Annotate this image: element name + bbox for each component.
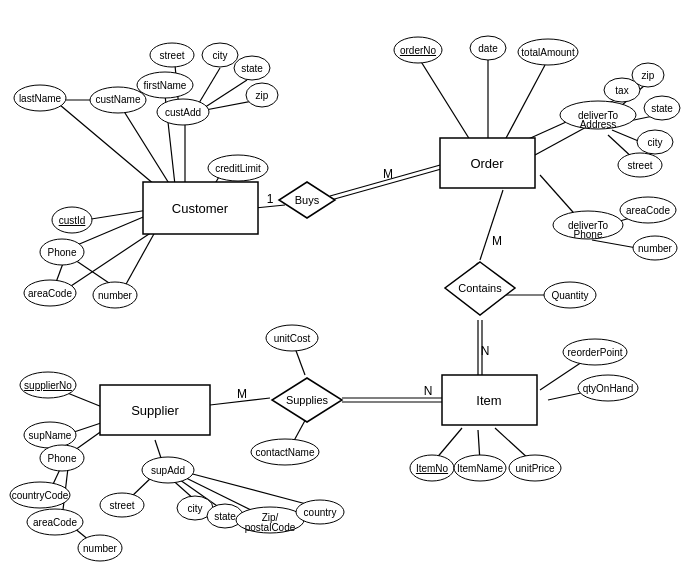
delivertoaddress-attr: deliverTo Address — [560, 101, 636, 130]
number-attr-order: number — [633, 236, 677, 260]
custid-attr: custId — [52, 207, 92, 233]
er-diagram: Customer Order Supplier Item Buys Contai… — [0, 0, 695, 578]
svg-text:number: number — [98, 290, 133, 301]
svg-text:reorderPoint: reorderPoint — [567, 347, 622, 358]
svg-text:street: street — [159, 50, 184, 61]
supplies-relationship: Supplies — [272, 378, 342, 422]
lastname-attr: lastName — [14, 85, 66, 111]
qtyonhand-attr: qtyOnHand — [578, 375, 638, 401]
svg-line-56 — [495, 428, 530, 460]
zip-attr-order: zip — [632, 63, 664, 87]
svg-text:totalAmount: totalAmount — [521, 47, 575, 58]
state-attr-order: state — [644, 96, 680, 120]
svg-text:number: number — [83, 543, 118, 554]
svg-text:custAdd: custAdd — [165, 107, 201, 118]
svg-text:ItemName: ItemName — [457, 463, 504, 474]
zip-attr-customer: zip — [246, 83, 278, 107]
svg-text:zip: zip — [642, 70, 655, 81]
svg-line-16 — [75, 260, 112, 285]
street-attr-supplier: street — [100, 493, 144, 517]
svg-text:lastName: lastName — [19, 93, 62, 104]
svg-line-32 — [480, 190, 503, 260]
city-attr-customer: city — [202, 43, 238, 67]
svg-text:supName: supName — [29, 430, 72, 441]
svg-text:zip: zip — [256, 90, 269, 101]
svg-text:custName: custName — [95, 94, 140, 105]
svg-line-18 — [330, 160, 458, 196]
svg-text:street: street — [627, 160, 652, 171]
svg-text:state: state — [214, 511, 236, 522]
svg-text:orderNo: orderNo — [400, 45, 437, 56]
svg-text:unitCost: unitCost — [274, 333, 311, 344]
cardinality-m-contains: M — [492, 234, 502, 248]
svg-text:date: date — [478, 43, 498, 54]
supadd-attr: supAdd — [142, 457, 194, 483]
itemno-attr: ItemNo — [410, 455, 454, 481]
svg-text:city: city — [213, 50, 228, 61]
cardinality-1-buys: 1 — [267, 192, 274, 206]
street-attr-order: street — [618, 153, 662, 177]
svg-line-20 — [420, 60, 470, 140]
number-attr-customer: number — [93, 282, 137, 308]
svg-text:Quantity: Quantity — [551, 290, 588, 301]
country-attr: country — [296, 500, 344, 524]
svg-text:Phone: Phone — [574, 229, 603, 240]
svg-text:contactName: contactName — [256, 447, 315, 458]
supplier-entity: Supplier — [100, 385, 210, 435]
svg-text:ItemNo: ItemNo — [416, 463, 449, 474]
phone-attr-supplier: Phone — [40, 445, 84, 471]
areacode-attr-order: areaCode — [620, 197, 676, 223]
svg-text:supplierNo: supplierNo — [24, 380, 72, 391]
supplies-label: Supplies — [286, 394, 329, 406]
supplierno-attr: supplierNo — [20, 372, 76, 398]
svg-line-52 — [295, 348, 305, 375]
delivertophone-attr: deliverTo Phone — [553, 211, 623, 240]
city-attr-order: city — [637, 130, 673, 154]
svg-text:city: city — [188, 503, 203, 514]
svg-text:areaCode: areaCode — [626, 205, 670, 216]
buys-label: Buys — [295, 194, 320, 206]
quantity-attr: Quantity — [544, 282, 596, 308]
state-attr-customer: state — [234, 56, 270, 80]
contains-relationship: Contains — [445, 262, 515, 315]
svg-text:Phone: Phone — [48, 453, 77, 464]
street-attr-customer: street — [150, 43, 194, 67]
date-attr: date — [470, 36, 506, 60]
svg-line-22 — [505, 65, 545, 140]
buys-relationship: Buys — [279, 182, 335, 218]
itemname-attr: ItemName — [454, 455, 506, 481]
item-entity: Item — [442, 375, 537, 425]
svg-text:city: city — [648, 137, 663, 148]
orderno-attr: orderNo — [394, 37, 442, 63]
zippostalcode-attr: Zip/ postalCode — [236, 507, 304, 533]
svg-text:countryCode: countryCode — [12, 490, 69, 501]
unitcost-attr: unitCost — [266, 325, 318, 351]
phone-attr-customer: Phone — [40, 239, 84, 265]
reorderpoint-attr: reorderPoint — [563, 339, 627, 365]
svg-text:custId: custId — [59, 215, 86, 226]
svg-text:street: street — [109, 500, 134, 511]
svg-text:postalCode: postalCode — [245, 522, 296, 533]
svg-text:supAdd: supAdd — [151, 465, 185, 476]
supplier-label: Supplier — [131, 403, 179, 418]
svg-text:firstName: firstName — [144, 80, 187, 91]
number-attr-supplier: number — [78, 535, 122, 561]
svg-text:number: number — [638, 243, 673, 254]
order-label: Order — [470, 156, 504, 171]
areacode-attr-customer: areaCode — [24, 280, 76, 306]
svg-text:unitPrice: unitPrice — [516, 463, 555, 474]
customer-label: Customer — [172, 201, 229, 216]
contactname-attr: contactName — [251, 439, 319, 465]
contains-label: Contains — [458, 282, 502, 294]
svg-text:tax: tax — [615, 85, 628, 96]
cardinality-m-buys: M — [383, 167, 393, 181]
svg-text:creditLimit: creditLimit — [215, 163, 261, 174]
unitprice-attr: unitPrice — [509, 455, 561, 481]
svg-text:areaCode: areaCode — [33, 517, 77, 528]
svg-text:country: country — [304, 507, 337, 518]
cardinality-n-supplies: N — [424, 384, 433, 398]
cardinality-n-contains: N — [481, 344, 490, 358]
custadd-attr: custAdd — [157, 99, 209, 125]
customer-entity: Customer — [143, 182, 258, 234]
svg-text:areaCode: areaCode — [28, 288, 72, 299]
